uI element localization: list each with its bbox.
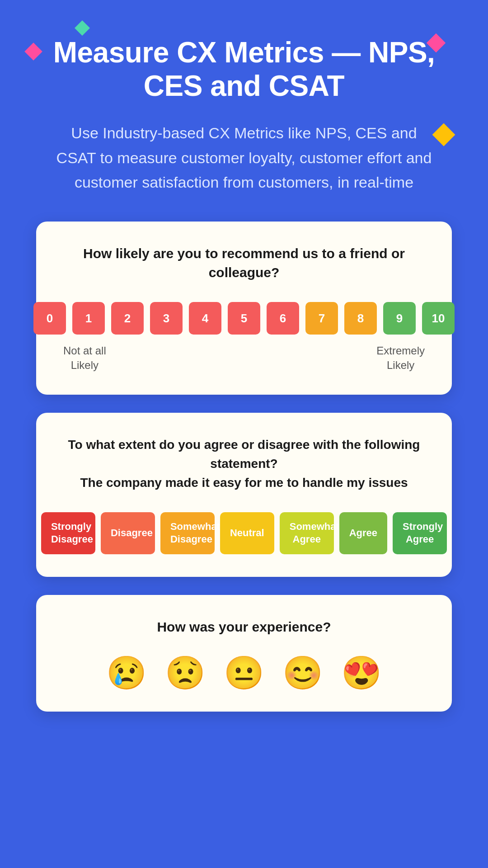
ces-button-neutral[interactable]: Neutral xyxy=(220,512,274,554)
nps-button-7[interactable]: 7 xyxy=(305,302,338,335)
page-title: Measure CX Metrics — NPS, CES and CSAT xyxy=(36,36,452,103)
ces-button-somewhat-agree[interactable]: Somewhat Agree xyxy=(280,512,334,554)
ces-question: To what extent do you agree or disagree … xyxy=(63,435,425,492)
nps-button-2[interactable]: 2 xyxy=(111,302,144,335)
nps-scale: 012345678910 xyxy=(63,302,425,335)
csat-card: How was your experience? 😢😟😐😊😍 xyxy=(36,595,452,712)
nps-button-8[interactable]: 8 xyxy=(344,302,377,335)
ces-button-somewhat-disagree[interactable]: Somewhat Disagree xyxy=(160,512,215,554)
csat-emoji-row: 😢😟😐😊😍 xyxy=(63,656,425,689)
nps-button-6[interactable]: 6 xyxy=(267,302,299,335)
nps-button-10[interactable]: 10 xyxy=(422,302,455,335)
nps-labels: Not at allLikely ExtremelyLikely xyxy=(63,344,425,372)
nps-label-high: ExtremelyLikely xyxy=(376,344,425,372)
ces-button-strongly-agree[interactable]: Strongly Agree xyxy=(393,512,447,554)
csat-question: How was your experience? xyxy=(63,618,425,637)
csat-emoji-0[interactable]: 😢 xyxy=(106,656,147,689)
csat-emoji-2[interactable]: 😐 xyxy=(224,656,264,689)
page-container: Measure CX Metrics — NPS, CES and CSAT U… xyxy=(0,0,488,868)
nps-button-0[interactable]: 0 xyxy=(33,302,66,335)
nps-label-low: Not at allLikely xyxy=(63,344,106,372)
ces-card: To what extent do you agree or disagree … xyxy=(36,413,452,577)
csat-emoji-4[interactable]: 😍 xyxy=(341,656,382,689)
csat-emoji-3[interactable]: 😊 xyxy=(282,656,323,689)
ces-button-agree[interactable]: Agree xyxy=(339,512,387,554)
ces-button-disagree[interactable]: Disagree xyxy=(101,512,155,554)
nps-button-4[interactable]: 4 xyxy=(189,302,221,335)
nps-question: How likely are you to recommend us to a … xyxy=(63,244,425,282)
ces-question-line1: To what extent do you agree or disagree … xyxy=(68,438,420,471)
ces-scale: Strongly DisagreeDisagreeSomewhat Disagr… xyxy=(63,512,425,554)
nps-button-9[interactable]: 9 xyxy=(383,302,416,335)
nps-card: How likely are you to recommend us to a … xyxy=(36,222,452,394)
ces-button-strongly-disagree[interactable]: Strongly Disagree xyxy=(41,512,95,554)
csat-emoji-1[interactable]: 😟 xyxy=(165,656,206,689)
page-subtitle: Use Industry-based CX Metrics like NPS, … xyxy=(50,121,438,194)
green-diamond-icon xyxy=(75,20,90,36)
nps-button-1[interactable]: 1 xyxy=(72,302,105,335)
nps-button-5[interactable]: 5 xyxy=(228,302,260,335)
nps-button-3[interactable]: 3 xyxy=(150,302,183,335)
header-section: Measure CX Metrics — NPS, CES and CSAT U… xyxy=(36,36,452,194)
ces-question-line2: The company made it easy for me to handl… xyxy=(80,476,408,490)
